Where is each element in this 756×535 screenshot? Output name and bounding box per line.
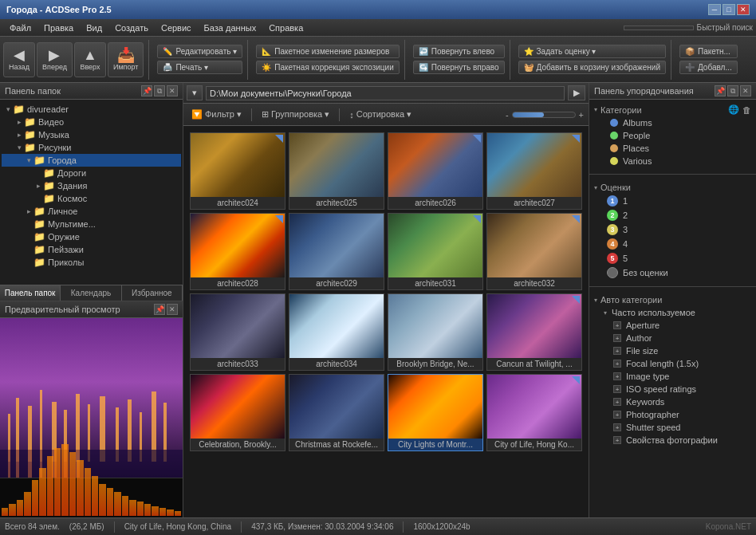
tree-item-pictures[interactable]: ▾ 📁 Рисунки	[2, 141, 181, 154]
quick-search-input[interactable]	[624, 26, 694, 30]
thumbnail-item[interactable]: architec032	[486, 213, 582, 290]
tree-item-roads[interactable]: 📁 Дороги	[2, 167, 181, 179]
tree-item-funny[interactable]: 📁 Приколы	[2, 256, 181, 269]
category-albums[interactable]: Albums	[607, 116, 751, 129]
menu-create[interactable]: Создать	[108, 22, 155, 34]
sort-button[interactable]: ↕ Сортировка ▾	[346, 108, 415, 121]
category-places[interactable]: Places	[607, 142, 751, 155]
thumbnail-item[interactable]: architec034	[289, 293, 384, 371]
up-button[interactable]: ▲ Вверх	[74, 42, 106, 77]
thumbnail-item[interactable]: architec029	[289, 213, 384, 290]
group-button[interactable]: ⊞ Группировка ▾	[258, 108, 333, 121]
menu-view[interactable]: Вид	[80, 22, 108, 34]
packet-button[interactable]: 📦 Пакетн...	[679, 45, 738, 58]
zoom-plus-icon[interactable]: +	[579, 110, 584, 120]
thumbnail-item[interactable]: Christmas at Rockefe...	[289, 374, 384, 451]
filesize-expand[interactable]: +	[613, 347, 621, 355]
edit-dropdown-button[interactable]: ✏️ Редактировать ▾	[157, 45, 242, 58]
zoom-slider[interactable]	[512, 112, 576, 118]
thumbnail-item[interactable]: architec025	[289, 132, 384, 210]
panel-close-button[interactable]: ✕	[167, 85, 178, 96]
tree-item-music[interactable]: ▸ 📁 Музыка	[2, 128, 181, 141]
tree-item-root[interactable]: ▾ 📁 divureader	[2, 103, 181, 116]
menu-help[interactable]: Справка	[262, 22, 309, 34]
author-expand[interactable]: +	[613, 334, 621, 342]
auto-cat-aperture[interactable]: + Aperture	[600, 319, 751, 332]
preview-close-button[interactable]: ✕	[167, 304, 178, 315]
keywords-expand[interactable]: +	[613, 398, 621, 406]
batch-exposure-button[interactable]: ☀️ Пакетная коррекция экспозиции	[256, 61, 399, 74]
auto-cat-photographer[interactable]: + Photographer	[600, 408, 751, 421]
tree-item-space[interactable]: 📁 Космос	[2, 192, 181, 205]
rating-2[interactable]: 2 2	[604, 208, 751, 222]
auto-cat-author[interactable]: + Author	[600, 332, 751, 344]
close-button[interactable]: ✕	[737, 4, 750, 15]
path-go-button[interactable]: ▶	[568, 85, 585, 100]
photographer-expand[interactable]: +	[613, 411, 621, 419]
tab-favorites[interactable]: Избранное	[122, 285, 183, 301]
category-people[interactable]: People	[607, 129, 751, 142]
thumbnail-item[interactable]: City Lights of Montr...	[388, 374, 483, 451]
thumbnail-item[interactable]: architec033	[190, 293, 285, 371]
shutter-expand[interactable]: +	[613, 423, 621, 431]
add-to-basket-button[interactable]: 🧺 Добавить в корзину изображений	[518, 61, 666, 74]
thumbnail-item[interactable]: architec026	[388, 132, 483, 210]
add-button[interactable]: ➕ Добавл...	[679, 61, 738, 74]
preview-pin-button[interactable]: 📌	[154, 304, 165, 315]
aperture-expand[interactable]: +	[613, 321, 621, 329]
panel-pin-button[interactable]: 📌	[141, 85, 152, 96]
auto-cat-filesize[interactable]: + File size	[600, 344, 751, 357]
maximize-button[interactable]: □	[723, 4, 735, 15]
menu-edit[interactable]: Правка	[37, 22, 80, 34]
forward-button[interactable]: ▶ Вперед	[37, 42, 73, 77]
auto-cat-imagetype[interactable]: + Image type	[600, 370, 751, 383]
ratings-header[interactable]: ▾ Оценки	[594, 181, 751, 194]
tree-item-multimedia[interactable]: 📁 Мультиме...	[2, 218, 181, 230]
tree-item-weapons[interactable]: 📁 Оружие	[2, 230, 181, 243]
tree-item-buildings[interactable]: ▸ 📁 Здания	[2, 179, 181, 192]
path-input[interactable]	[206, 86, 565, 100]
batch-resize-button[interactable]: 📐 Пакетное изменение размеров	[256, 45, 399, 58]
menu-file[interactable]: Файл	[3, 22, 37, 34]
thumbnail-item[interactable]: Brooklyn Bridge, Ne...	[388, 293, 483, 371]
tab-folder-panel[interactable]: Панель папок	[0, 285, 61, 301]
right-panel-pin[interactable]: 📌	[715, 85, 726, 96]
category-various[interactable]: Various	[607, 155, 751, 167]
photoprops-expand[interactable]: +	[613, 436, 621, 444]
right-panel-close[interactable]: ✕	[740, 85, 751, 96]
path-dropdown-button[interactable]: ▾	[187, 85, 203, 100]
tree-item-personal[interactable]: ▸ 📁 Личное	[2, 205, 181, 218]
categories-delete-icon[interactable]: 🗑	[742, 105, 751, 115]
tab-calendar[interactable]: Календарь	[61, 285, 121, 301]
auto-cat-keywords[interactable]: + Keywords	[600, 395, 751, 408]
often-used-header-item[interactable]: ▾ Часто используемое	[600, 306, 751, 319]
thumbnail-item[interactable]: architec028	[190, 213, 285, 290]
thumbnail-item[interactable]: architec031	[388, 213, 483, 290]
focal-expand[interactable]: +	[613, 360, 621, 368]
thumbnail-item[interactable]: architec027	[486, 132, 582, 210]
rating-1[interactable]: 1 1	[604, 194, 751, 208]
minimize-button[interactable]: ─	[708, 4, 721, 15]
right-panel-float[interactable]: ⧉	[727, 85, 738, 96]
zoom-minus-icon[interactable]: -	[506, 110, 509, 120]
rotate-left-button[interactable]: ↩️ Повернуть влево	[413, 45, 505, 58]
auto-cat-photo-props[interactable]: + Свойства фотографии	[600, 434, 751, 446]
thumbnail-item[interactable]: architec024	[190, 132, 285, 210]
auto-cat-header[interactable]: ▾ Авто категории	[594, 293, 751, 306]
print-dropdown-button[interactable]: 🖨️ Печать ▾	[157, 61, 242, 74]
rating-4[interactable]: 4 4	[604, 237, 751, 251]
tree-item-landscapes[interactable]: 📁 Пейзажи	[2, 243, 181, 256]
panel-float-button[interactable]: ⧉	[154, 85, 165, 96]
import-button[interactable]: 📥 Импорт	[108, 42, 144, 77]
rating-3[interactable]: 3 3	[604, 222, 751, 237]
auto-cat-focal[interactable]: + Focal length (1.5x)	[600, 357, 751, 370]
menu-database[interactable]: База данных	[198, 22, 263, 34]
auto-cat-shutter[interactable]: + Shutter speed	[600, 421, 751, 434]
iso-expand[interactable]: +	[613, 385, 621, 393]
tree-item-video[interactable]: ▸ 📁 Видео	[2, 116, 181, 128]
thumbnail-item[interactable]: Celebration, Brookly...	[190, 374, 285, 451]
thumbnail-item[interactable]: Cancun at Twilight, ...	[486, 293, 582, 371]
thumbnail-item[interactable]: City of Life, Hong Ko...	[486, 374, 582, 451]
categories-header[interactable]: ▾ Категории 🌐 🗑	[594, 103, 751, 116]
auto-cat-iso[interactable]: + ISO speed ratings	[600, 383, 751, 395]
